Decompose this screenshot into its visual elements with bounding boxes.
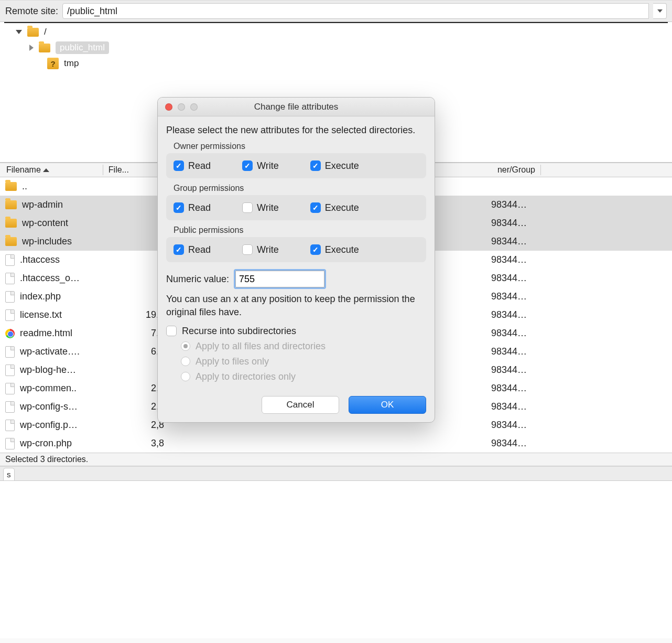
- file-icon: [5, 273, 15, 284]
- file-icon: [5, 346, 15, 358]
- dialog-title: Change file attributes: [158, 102, 435, 112]
- file-name: license.txt: [20, 309, 127, 320]
- public-perm-group: Read Write Execute: [166, 237, 426, 262]
- owner-execute-checkbox[interactable]: Execute: [310, 160, 359, 172]
- public-read-checkbox[interactable]: Read: [174, 244, 211, 255]
- checkbox-icon: [166, 326, 177, 336]
- header-separator: [540, 165, 541, 175]
- sort-asc-icon: [43, 168, 49, 172]
- file-owner: 98344…: [491, 199, 544, 210]
- radio-apply-dirs: Apply to directories only: [181, 371, 426, 382]
- change-attributes-dialog: Change file attributes Please select the…: [157, 97, 435, 423]
- remote-path-text: /public_html: [67, 6, 117, 17]
- file-owner: 98344…: [491, 218, 544, 229]
- file-owner: 98344…: [491, 236, 544, 247]
- recurse-checkbox[interactable]: Recurse into subdirectories: [166, 326, 426, 337]
- tree-row-root[interactable]: /: [0, 24, 672, 40]
- file-owner: 98344…: [491, 254, 544, 265]
- dialog-titlebar[interactable]: Change file attributes: [158, 98, 435, 116]
- folder-icon: [5, 237, 17, 246]
- tree-label: /: [44, 27, 47, 37]
- remote-site-bar: Remote site: /public_html: [0, 0, 672, 22]
- file-icon: [5, 420, 15, 431]
- header-separator: [103, 165, 103, 175]
- file-name: ..: [22, 181, 129, 192]
- file-name: wp-admin: [22, 199, 129, 210]
- folder-icon: [5, 182, 17, 191]
- file-name: wp-config.p…: [20, 420, 127, 431]
- remote-path-dropdown[interactable]: [653, 3, 667, 19]
- file-owner: 98344…: [491, 328, 544, 339]
- tree-label-selected: public_html: [56, 41, 109, 54]
- group-write-checkbox[interactable]: Write: [242, 202, 279, 213]
- folder-icon: [27, 28, 39, 37]
- group-read-checkbox[interactable]: Read: [174, 202, 211, 213]
- numeric-label: Numeric value:: [166, 274, 229, 285]
- file-icon: [5, 383, 15, 394]
- file-name: wp-activate….: [20, 346, 127, 357]
- file-name: index.php: [20, 291, 127, 302]
- file-owner: 98344…: [491, 309, 544, 320]
- file-icon: [5, 438, 15, 449]
- chevron-down-icon: [657, 9, 663, 13]
- file-name: wp-config-s…: [20, 401, 127, 412]
- numeric-value-input[interactable]: [235, 271, 324, 287]
- radio-icon: [181, 372, 190, 381]
- status-text: Selected 3 directories.: [5, 455, 88, 464]
- file-name: wp-includes: [22, 236, 129, 247]
- file-owner: 98344…: [491, 420, 544, 431]
- column-header-filename[interactable]: Filename: [6, 165, 49, 175]
- file-size: 3,8: [133, 438, 164, 449]
- folder-unknown-icon: ?: [47, 58, 59, 69]
- divider: [4, 22, 668, 23]
- folder-icon: [39, 44, 50, 52]
- file-owner: 98344…: [491, 438, 544, 449]
- file-owner: 98344…: [491, 383, 544, 394]
- numeric-hint: You can use an x at any position to keep…: [166, 293, 426, 318]
- public-write-checkbox[interactable]: Write: [242, 244, 279, 255]
- remote-site-label: Remote site:: [5, 6, 58, 17]
- file-icon: [5, 365, 15, 376]
- radio-icon: [181, 357, 190, 366]
- remote-path-input[interactable]: /public_html: [62, 3, 649, 19]
- radio-apply-all: Apply to all files and directories: [181, 341, 426, 352]
- group-perm-group: Read Write Execute: [166, 195, 426, 220]
- file-name: .htaccess: [20, 254, 127, 265]
- tab-strip: s: [0, 466, 672, 481]
- public-execute-checkbox[interactable]: Execute: [310, 244, 359, 255]
- radio-apply-files: Apply to files only: [181, 356, 426, 367]
- file-owner: 98344…: [491, 346, 544, 357]
- folder-icon: [5, 200, 17, 209]
- owner-write-checkbox[interactable]: Write: [242, 160, 279, 172]
- file-name: .htaccess_o…: [20, 273, 127, 284]
- file-name: wp-content: [22, 218, 129, 229]
- file-icon: [5, 254, 15, 266]
- tree-row-tmp[interactable]: ? tmp: [0, 56, 672, 71]
- file-owner: 98344…: [491, 401, 544, 412]
- radio-icon: [181, 341, 190, 351]
- disclosure-right-icon[interactable]: [29, 45, 34, 51]
- file-name: wp-commen..: [20, 383, 127, 394]
- column-header-owner[interactable]: ner/Group: [497, 165, 535, 175]
- tree-row-public-html[interactable]: public_html: [0, 40, 672, 56]
- group-execute-checkbox[interactable]: Execute: [310, 202, 359, 213]
- status-bar: Selected 3 directories.: [0, 453, 672, 466]
- file-name: wp-blog-he…: [20, 365, 127, 376]
- folder-icon: [5, 219, 17, 228]
- list-row[interactable]: wp-cron.php3,898344…: [0, 434, 672, 453]
- owner-read-checkbox[interactable]: Read: [174, 160, 211, 172]
- disclosure-down-icon[interactable]: [16, 30, 22, 34]
- file-icon: [5, 291, 15, 303]
- tab[interactable]: s: [3, 468, 15, 480]
- ok-button[interactable]: OK: [349, 396, 426, 414]
- tree-label: tmp: [64, 58, 79, 69]
- file-icon: [5, 401, 15, 413]
- dialog-intro: Please select the new attributes for the…: [166, 124, 426, 136]
- file-icon: [5, 309, 15, 321]
- cancel-button[interactable]: Cancel: [262, 396, 339, 414]
- file-owner: 98344…: [491, 291, 544, 302]
- column-header-filesize[interactable]: File...: [109, 165, 129, 175]
- file-name: wp-cron.php: [20, 438, 127, 449]
- public-perm-label: Public permissions: [174, 226, 426, 235]
- chrome-icon: [5, 329, 15, 338]
